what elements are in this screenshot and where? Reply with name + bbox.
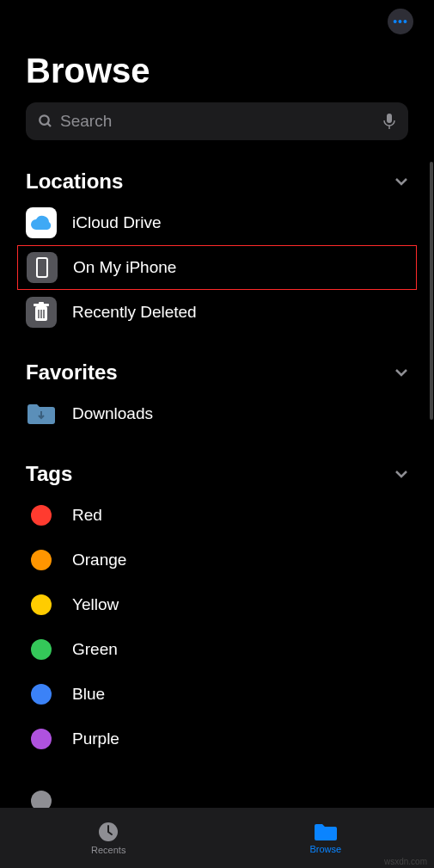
tab-recents[interactable]: Recents xyxy=(0,808,217,868)
mic-icon[interactable] xyxy=(382,113,396,130)
tag-item-yellow[interactable]: Yellow xyxy=(26,582,408,627)
list-item-label: iCloud Drive xyxy=(72,213,161,232)
chevron-down-icon xyxy=(394,177,408,186)
locations-title: Locations xyxy=(26,169,123,194)
list-item-label: Recently Deleted xyxy=(72,303,197,322)
folder-icon xyxy=(313,822,339,842)
watermark: wsxdn.com xyxy=(384,857,427,866)
list-item-label: Downloads xyxy=(72,404,153,423)
search-bar[interactable] xyxy=(26,102,408,140)
scrollbar[interactable] xyxy=(430,162,433,420)
tag-circle-icon xyxy=(26,589,57,620)
tags-title: Tags xyxy=(26,462,72,486)
favorites-header[interactable]: Favorites xyxy=(26,348,408,391)
list-item-label: On My iPhone xyxy=(73,258,176,277)
chevron-down-icon xyxy=(394,368,408,377)
svg-rect-8 xyxy=(39,302,44,305)
chevron-down-icon xyxy=(394,470,408,478)
cloud-icon xyxy=(26,207,57,238)
svg-line-1 xyxy=(47,123,51,126)
list-item-label: Yellow xyxy=(72,595,119,614)
favorites-title: Favorites xyxy=(26,360,118,385)
clock-icon xyxy=(97,821,119,843)
ellipsis-icon: ••• xyxy=(393,15,408,28)
tag-circle-icon xyxy=(26,545,57,576)
tag-item-purple[interactable]: Purple xyxy=(26,717,408,761)
tag-item-green[interactable]: Green xyxy=(26,627,408,672)
svg-rect-5 xyxy=(38,259,46,276)
tab-label: Recents xyxy=(91,845,125,855)
tag-circle-icon xyxy=(26,500,57,531)
location-item-recently-deleted[interactable]: Recently Deleted xyxy=(26,290,408,335)
tag-item-next[interactable] xyxy=(26,761,408,806)
list-item-label: Purple xyxy=(72,729,119,748)
locations-header[interactable]: Locations xyxy=(26,157,408,200)
tag-circle-icon xyxy=(26,768,57,799)
tag-circle-icon xyxy=(26,723,57,754)
location-item-icloud[interactable]: iCloud Drive xyxy=(26,200,408,245)
list-item-label: Blue xyxy=(72,685,105,704)
tag-item-blue[interactable]: Blue xyxy=(26,672,408,717)
more-button[interactable]: ••• xyxy=(388,9,413,34)
svg-point-0 xyxy=(40,115,49,125)
page-title: Browse xyxy=(0,43,434,102)
tags-header[interactable]: Tags xyxy=(26,450,408,493)
svg-rect-2 xyxy=(387,114,392,123)
search-icon xyxy=(38,114,53,129)
list-item-label: Orange xyxy=(72,551,126,569)
list-item-label: Red xyxy=(72,506,102,525)
folder-icon xyxy=(26,398,57,429)
tag-circle-icon xyxy=(26,634,57,665)
location-item-on-my-iphone[interactable]: On My iPhone xyxy=(17,245,417,290)
tag-item-orange[interactable]: Orange xyxy=(26,538,408,582)
trash-icon xyxy=(26,297,57,328)
phone-icon xyxy=(27,252,58,283)
search-input[interactable] xyxy=(60,112,382,131)
tab-bar: Recents Browse xyxy=(0,808,434,868)
tag-item-red[interactable]: Red xyxy=(26,493,408,538)
tab-label: Browse xyxy=(309,844,341,854)
list-item-label: Green xyxy=(72,640,118,659)
favorite-item-downloads[interactable]: Downloads xyxy=(26,391,408,436)
tag-circle-icon xyxy=(26,679,57,710)
